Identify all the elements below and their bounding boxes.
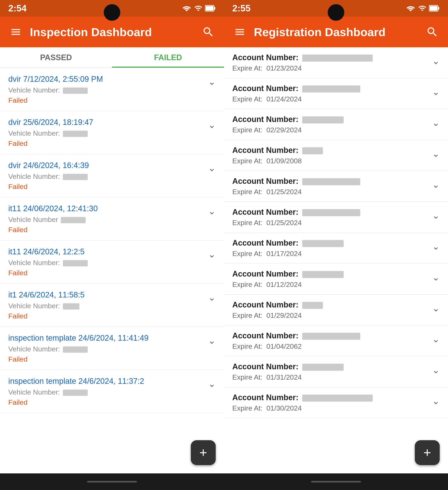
vehicle-blur xyxy=(63,88,88,94)
item-status: Failed xyxy=(8,140,216,148)
account-number: Account Number: xyxy=(232,115,440,124)
account-value-blur xyxy=(302,302,323,309)
tab-failed[interactable]: FAILED xyxy=(112,47,224,68)
reg-list-item[interactable]: Account Number: Expire At: 01/29/2024 ⌄ xyxy=(224,295,448,325)
app-bar-title-1: Inspection Dashboard xyxy=(30,25,194,39)
chevron-down-icon[interactable]: ⌄ xyxy=(432,210,440,221)
chevron-down-icon[interactable]: ⌄ xyxy=(432,303,440,314)
item-status: Failed xyxy=(8,183,216,191)
account-number: Account Number: xyxy=(232,362,440,371)
signal-icon-2 xyxy=(418,4,426,12)
vehicle-blur xyxy=(63,260,88,266)
chevron-down-icon[interactable]: ⌄ xyxy=(432,179,440,190)
chevron-down-icon[interactable]: ⌄ xyxy=(208,206,216,216)
app-bar-1: Inspection Dashboard xyxy=(0,17,224,47)
menu-button-2[interactable] xyxy=(232,25,247,39)
reg-list-item[interactable]: Account Number: Expire At: 01/31/2024 ⌄ xyxy=(224,356,448,387)
reg-list-item[interactable]: Account Number: Expire At: 01/12/2024 ⌄ xyxy=(224,264,448,295)
signal-icon xyxy=(194,4,202,12)
account-value-blur xyxy=(302,394,373,402)
chevron-down-icon[interactable]: ⌄ xyxy=(208,120,216,130)
vehicle-blur xyxy=(63,346,88,353)
account-number: Account Number: xyxy=(232,177,440,186)
reg-list-item[interactable]: Account Number: Expire At: 02/29/2024 ⌄ xyxy=(224,109,448,140)
reg-list-item[interactable]: Account Number: Expire At: 01/23/2024 ⌄ xyxy=(224,47,448,78)
chevron-down-icon[interactable]: ⌄ xyxy=(432,117,440,128)
item-title: it11 24/6/2024, 12:2:5 xyxy=(8,247,216,256)
menu-button-1[interactable] xyxy=(8,25,23,39)
reg-list-item[interactable]: Account Number: Expire At: 01/09/2008 ⌄ xyxy=(224,140,448,171)
svg-rect-1 xyxy=(214,7,215,9)
battery-icon xyxy=(205,5,216,12)
wifi-icon xyxy=(182,5,192,12)
reg-list-item[interactable]: Account Number: Expire At: 01/17/2024 ⌄ xyxy=(224,233,448,264)
chevron-down-icon[interactable]: ⌄ xyxy=(432,148,440,159)
item-title: it1 24/6/2024, 11:58:5 xyxy=(8,290,216,299)
item-subtitle: Vehicle Number: xyxy=(8,129,216,137)
chevron-down-icon[interactable]: ⌄ xyxy=(432,56,440,66)
item-title: dvir 25/6/2024, 18:19:47 xyxy=(8,118,216,127)
expire-date: Expire At: 01/12/2024 xyxy=(232,280,440,289)
account-number: Account Number: xyxy=(232,300,440,309)
item-title: it11 24/06/2024, 12:41:30 xyxy=(8,204,216,213)
reg-list-item[interactable]: Account Number: Expire At: 01/25/2024 ⌄ xyxy=(224,202,448,233)
item-status: Failed xyxy=(8,226,216,234)
account-number: Account Number: xyxy=(232,84,440,93)
time-2: 2:55 xyxy=(232,3,250,13)
list-item[interactable]: dvir 7/12/2024, 2:55:09 PM Vehicle Numbe… xyxy=(0,68,224,111)
inspection-list: dvir 7/12/2024, 2:55:09 PM Vehicle Numbe… xyxy=(0,68,224,473)
account-value-blur xyxy=(302,271,344,278)
expire-date: Expire At: 01/25/2024 xyxy=(232,219,440,227)
fab-button-2[interactable]: + xyxy=(415,440,440,465)
account-number: Account Number: xyxy=(232,146,440,155)
account-value-blur xyxy=(302,364,344,371)
account-value-blur xyxy=(302,178,360,185)
expire-date: Expire At: 01/30/2024 xyxy=(232,404,440,412)
reg-list-item[interactable]: Account Number: Expire At: 01/04/2062 ⌄ xyxy=(224,325,448,356)
registration-screen: 2:55 Registr xyxy=(224,0,448,490)
list-item[interactable]: dvir 25/6/2024, 18:19:47 Vehicle Number:… xyxy=(0,111,224,154)
time-1: 2:54 xyxy=(8,3,26,13)
home-bar-1 xyxy=(0,473,224,490)
list-item[interactable]: inspection template 24/6/2024, 11:37:2 V… xyxy=(0,370,224,413)
list-item[interactable]: it1 24/6/2024, 11:58:5 Vehicle Number: F… xyxy=(0,284,224,327)
list-item[interactable]: it11 24/6/2024, 12:2:5 Vehicle Number: F… xyxy=(0,241,224,284)
chevron-down-icon[interactable]: ⌄ xyxy=(432,87,440,97)
reg-list-item[interactable]: Account Number: Expire At: 01/24/2024 ⌄ xyxy=(224,78,448,109)
list-item[interactable]: dvir 24/6/2024, 16:4:39 Vehicle Number: … xyxy=(0,154,224,198)
item-title: inspection template 24/6/2024, 11:37:2 xyxy=(8,377,216,386)
chevron-down-icon[interactable]: ⌄ xyxy=(208,249,216,260)
chevron-down-icon[interactable]: ⌄ xyxy=(432,241,440,252)
chevron-down-icon[interactable]: ⌄ xyxy=(208,163,216,173)
reg-list-item[interactable]: Account Number: Expire At: 01/25/2024 ⌄ xyxy=(224,171,448,202)
expire-date: Expire At: 01/31/2024 xyxy=(232,373,440,381)
chevron-down-icon[interactable]: ⌄ xyxy=(208,335,216,346)
chevron-down-icon[interactable]: ⌄ xyxy=(208,378,216,389)
chevron-down-icon[interactable]: ⌄ xyxy=(208,292,216,303)
status-icons-1 xyxy=(182,4,216,12)
item-subtitle: Vehicle Number xyxy=(8,216,216,224)
item-subtitle: Vehicle Number: xyxy=(8,388,216,396)
item-status: Failed xyxy=(8,312,216,320)
status-icons-2 xyxy=(406,4,440,12)
home-bar-2 xyxy=(224,473,448,490)
list-item[interactable]: it11 24/06/2024, 12:41:30 Vehicle Number… xyxy=(0,198,224,241)
search-button-2[interactable] xyxy=(425,25,440,39)
chevron-down-icon[interactable]: ⌄ xyxy=(208,76,216,87)
vehicle-blur xyxy=(61,217,86,223)
chevron-down-icon[interactable]: ⌄ xyxy=(432,365,440,375)
camera-notch-2 xyxy=(328,4,344,21)
search-button-1[interactable] xyxy=(201,25,216,39)
chevron-down-icon[interactable]: ⌄ xyxy=(432,334,440,344)
app-bar-title-2: Registration Dashboard xyxy=(254,25,418,39)
expire-date: Expire At: 01/29/2024 xyxy=(232,311,440,319)
chevron-down-icon[interactable]: ⌄ xyxy=(432,396,440,406)
account-value-blur xyxy=(302,147,323,154)
tab-passed[interactable]: PASSED xyxy=(0,47,112,68)
reg-list-item[interactable]: Account Number: Expire At: 01/30/2024 ⌄ xyxy=(224,387,448,418)
home-bar-line-2 xyxy=(311,481,361,482)
account-number: Account Number: xyxy=(232,53,440,62)
list-item[interactable]: inspection template 24/6/2024, 11:41:49 … xyxy=(0,327,224,370)
fab-button-1[interactable]: + xyxy=(191,440,216,465)
chevron-down-icon[interactable]: ⌄ xyxy=(432,272,440,282)
